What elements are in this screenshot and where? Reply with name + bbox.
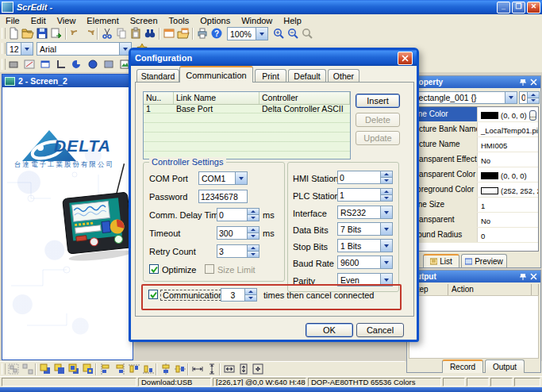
spin-up-icon[interactable] <box>248 227 259 233</box>
size-limit-checkbox[interactable] <box>205 264 214 274</box>
new-file-icon[interactable] <box>6 27 20 40</box>
open-icon[interactable] <box>21 27 34 40</box>
pin-icon[interactable] <box>519 79 527 86</box>
column-number[interactable]: Nu.. <box>144 92 174 104</box>
menu-view[interactable]: View <box>52 16 82 25</box>
same-height-icon[interactable] <box>236 363 250 375</box>
interface-select[interactable]: RS232 <box>337 206 393 219</box>
column-link-name[interactable]: Link Name <box>174 92 259 104</box>
spin-down-icon[interactable] <box>248 233 259 239</box>
menu-help[interactable]: Help <box>278 16 307 25</box>
tab-communication[interactable]: Communication <box>179 66 253 83</box>
insert-button[interactable]: Insert <box>356 94 400 108</box>
hmi-station-input[interactable] <box>337 171 380 184</box>
copy-icon[interactable] <box>114 27 128 40</box>
column-action[interactable]: Action <box>448 284 532 295</box>
delete-button[interactable]: Delete <box>356 113 400 127</box>
tab-record[interactable]: Record <box>442 359 483 373</box>
column-controller[interactable]: Controller <box>259 92 350 104</box>
menu-options[interactable]: Options <box>194 16 236 25</box>
spin-down-icon[interactable] <box>381 177 392 183</box>
property-row-transparent-color[interactable]: Transparent Color (0, 0, 0) <box>409 167 538 183</box>
chevron-down-icon[interactable] <box>380 240 392 252</box>
retry-count-input[interactable] <box>217 244 247 258</box>
print-icon[interactable] <box>195 27 209 40</box>
zoom-fit-icon[interactable] <box>300 27 313 40</box>
spin-down-icon[interactable] <box>248 251 259 257</box>
cut-icon[interactable] <box>100 27 113 40</box>
chevron-down-icon[interactable] <box>505 92 517 103</box>
chevron-down-icon[interactable] <box>21 43 33 55</box>
redo-icon[interactable] <box>83 27 96 40</box>
chevron-down-icon[interactable] <box>380 223 392 235</box>
data-bits-select[interactable]: 7 Bits <box>337 222 393 236</box>
bring-to-front-icon[interactable] <box>38 363 52 375</box>
chevron-down-icon[interactable] <box>235 172 247 184</box>
send-to-back-icon[interactable] <box>52 363 66 375</box>
object-index-stepper[interactable] <box>519 91 540 104</box>
window-rect-icon[interactable] <box>38 58 52 71</box>
tab-preview[interactable]: Preview <box>461 254 507 267</box>
bring-forward-icon[interactable] <box>67 363 80 375</box>
output-table-body[interactable] <box>409 295 539 359</box>
optimize-checkbox[interactable] <box>149 264 159 274</box>
menu-tools[interactable]: Tools <box>163 16 195 25</box>
toolbar-grip[interactable] <box>2 28 6 39</box>
cancel-button[interactable]: Cancel <box>356 323 404 337</box>
group-icon[interactable] <box>6 363 20 375</box>
dialog-close-button[interactable] <box>398 52 413 65</box>
align-bottom-icon[interactable] <box>141 363 155 375</box>
menu-edit[interactable]: Edit <box>25 16 52 25</box>
property-row-picture-bank-name[interactable]: Picture Bank Name _LocalTemp01.pib <box>409 122 538 137</box>
save-icon[interactable] <box>35 27 48 40</box>
stop-bits-select[interactable]: 1 Bits <box>337 239 393 252</box>
tab-standard[interactable]: Standard <box>136 69 179 83</box>
property-row-transparent-effect[interactable]: Transparent Effect No <box>409 152 538 167</box>
link-table-row[interactable]: 1 Base Port Delta Controller ASCII <box>144 104 350 113</box>
spin-up-icon[interactable] <box>248 245 259 251</box>
timeout-input[interactable] <box>217 226 247 240</box>
tab-default[interactable]: Default <box>288 69 326 83</box>
property-row-round-radius[interactable]: Round Radius 0 <box>409 228 538 243</box>
spin-down-icon[interactable] <box>528 98 539 104</box>
line-icon[interactable] <box>22 58 36 71</box>
spin-up-icon[interactable] <box>381 171 392 177</box>
zoom-out-icon[interactable] <box>286 27 299 40</box>
close-button[interactable]: ✕ <box>527 2 540 13</box>
document-title-bar[interactable]: 2 - Screen_2 <box>2 75 133 87</box>
baud-rate-select[interactable]: 9600 <box>337 256 393 269</box>
communication-retry-input[interactable] <box>221 288 244 302</box>
font-name-select[interactable]: Arial <box>37 42 132 56</box>
center-horizontal-icon[interactable] <box>159 363 172 375</box>
property-row-foreground-color[interactable]: Foreground Color (252, 252, 252) <box>409 183 538 198</box>
retry-count-stepper[interactable] <box>217 244 259 258</box>
toolbar-grip[interactable] <box>2 59 6 70</box>
comm-delay-input[interactable] <box>217 208 247 221</box>
send-backward-icon[interactable] <box>81 363 94 375</box>
tab-output[interactable]: Output <box>485 359 525 373</box>
tab-list[interactable]: List <box>423 254 459 267</box>
zoom-in-icon[interactable] <box>271 27 285 40</box>
new-screen-icon[interactable] <box>162 27 175 40</box>
plc-station-stepper[interactable] <box>337 188 393 202</box>
communication-retry-checkbox[interactable] <box>148 290 158 299</box>
update-button[interactable]: Update <box>356 131 400 145</box>
property-row-picture-name[interactable]: Picture Name HMI005 <box>409 137 538 152</box>
space-across-icon[interactable] <box>190 363 204 375</box>
spin-up-icon[interactable] <box>248 209 259 214</box>
menu-file[interactable]: File <box>0 16 25 25</box>
com-port-select[interactable]: COM1 <box>198 171 248 185</box>
dialog-title-bar[interactable]: Configuration <box>131 50 417 66</box>
password-field[interactable] <box>198 190 248 203</box>
spin-down-icon[interactable] <box>381 194 392 201</box>
color-picker-button[interactable]: ... <box>529 110 537 121</box>
tab-other[interactable]: Other <box>328 69 359 83</box>
tab-print[interactable]: Print <box>255 69 286 83</box>
chevron-down-icon[interactable] <box>256 28 267 40</box>
spin-down-icon[interactable] <box>248 214 259 221</box>
object-index-input[interactable] <box>519 91 527 104</box>
chevron-down-icon[interactable] <box>380 256 392 268</box>
link-table[interactable]: Nu.. Link Name Controller 1 Base Port De… <box>143 91 351 159</box>
property-row-line-color[interactable]: Line Color (0, 0, 0) ... <box>409 107 538 122</box>
pin-icon[interactable] <box>519 273 527 281</box>
